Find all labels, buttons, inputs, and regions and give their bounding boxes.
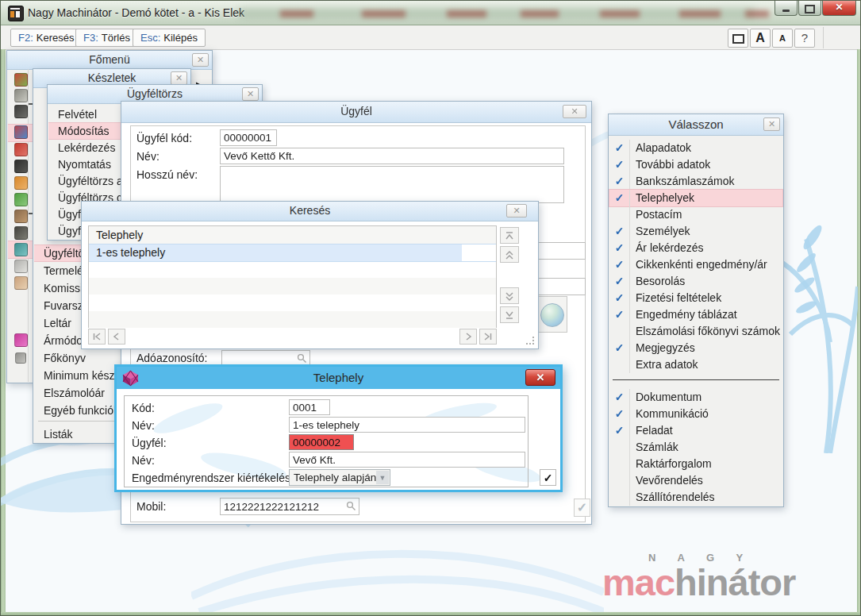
delete-f3-button[interactable]: F3:Törlés — [75, 29, 138, 47]
telephely-close-button[interactable]: ✕ — [525, 369, 555, 386]
valasszon-item-alapadatok[interactable]: ✓Alapadatok — [609, 140, 782, 156]
fomenu-close-icon[interactable]: ✕ — [192, 53, 209, 67]
ugyfeltorzs-title: Ügyféltörzs — [127, 87, 183, 100]
menu-icon-3[interactable] — [14, 105, 28, 118]
window-mode-button[interactable] — [728, 29, 748, 48]
menu-icon-4[interactable] — [14, 125, 28, 139]
kereses-row-selected[interactable]: 1-es telephely — [89, 244, 496, 262]
kereses-close-icon[interactable]: ✕ — [506, 204, 527, 218]
valasszon-titlebar[interactable]: Válasszon — [609, 114, 783, 136]
frame-left — [1, 49, 6, 612]
telephely-titlebar[interactable]: Telephely — [117, 367, 560, 389]
font-larger-button[interactable]: A — [750, 29, 771, 48]
globe-button[interactable] — [536, 296, 567, 333]
scroll-bottom-button[interactable] — [500, 306, 519, 323]
valasszon-item-fizetesi-feltetelek[interactable]: ✓Fizetési feltételek — [609, 290, 782, 306]
valasszon-item-telephelyek[interactable]: ✓Telephelyek — [609, 190, 782, 206]
menu-icon-1[interactable] — [14, 73, 28, 87]
exit-esc-button[interactable]: Esc:Kilépés — [133, 29, 206, 47]
close-button[interactable]: ✕ — [822, 1, 856, 16]
valasszon-item-dokumentum[interactable]: ✓Dokumentum — [609, 389, 782, 406]
confirm-button-disabled[interactable]: ✓ — [574, 499, 590, 517]
kereses-row-empty[interactable] — [89, 311, 496, 328]
menu-icon-2[interactable] — [14, 89, 28, 102]
fomenu-title: Főmenü — [89, 53, 129, 66]
telephely-nev-input[interactable] — [289, 417, 525, 433]
menu-icon-9[interactable] — [14, 210, 28, 223]
resize-grip[interactable] — [526, 337, 534, 345]
nav-next-button[interactable] — [459, 329, 477, 345]
logo-machinator-text: machinátor — [602, 564, 840, 602]
telephely-nev2-input[interactable] — [289, 452, 525, 468]
ugyfeltorzs-close-icon[interactable]: ✕ — [242, 87, 259, 101]
ugyfel-close-icon[interactable]: ✕ — [563, 105, 586, 118]
valasszon-item-engedmeny-tablazat[interactable]: ✓Engedmény táblázat — [609, 306, 782, 323]
menu-icon-6[interactable] — [14, 160, 28, 173]
telephely-confirm-button[interactable]: ✓ — [540, 469, 556, 486]
restore-button[interactable] — [798, 1, 821, 16]
valasszon-item-extra-adatok[interactable]: Extra adatok — [609, 356, 782, 373]
check-icon: ✓ — [609, 156, 629, 173]
valasszon-item-tovabbi-adatok[interactable]: ✓További adatok — [609, 156, 782, 173]
valasszon-item-vevorendeles[interactable]: Vevőrendelés — [609, 472, 782, 489]
help-button[interactable]: ? — [794, 29, 815, 48]
valasszon-item-szamlak[interactable]: Számlák — [609, 439, 782, 456]
scroll-top-button[interactable] — [500, 227, 519, 244]
valasszon-item-megjegyzes[interactable]: ✓Megjegyzés — [609, 340, 782, 356]
menu-icon-15[interactable] — [15, 352, 26, 364]
valasszon-item-ar-lekerdezes[interactable]: ✓Ár lekérdezés — [609, 240, 782, 256]
main-titlebar[interactable]: Nagy Machinátor - Demó kötet - a - Kis E… — [1, 1, 861, 25]
chevron-down-icon: ▼ — [376, 471, 389, 484]
menu-icon-8[interactable] — [14, 193, 28, 206]
valasszon-item-postacim[interactable]: Postacím — [609, 206, 782, 223]
valasszon-item-cikkenkenti-engedmeny[interactable]: ✓Cikkenkénti engedmény/ár — [609, 256, 782, 273]
valasszon-close-icon[interactable]: ✕ — [763, 117, 780, 131]
ugyfel-titlebar[interactable]: Ügyfél — [121, 102, 591, 123]
nav-last-button[interactable] — [479, 329, 497, 345]
valasszon-item-feladat[interactable]: ✓Feladat — [609, 422, 782, 439]
menu-icon-5[interactable] — [14, 143, 28, 156]
ugyfel-nev-input[interactable] — [220, 148, 564, 164]
keszletek-close-icon[interactable]: ✕ — [171, 71, 187, 85]
valasszon-item-raktarforgalom[interactable]: Raktárforgalom — [609, 456, 782, 472]
nav-first-button[interactable] — [88, 329, 106, 345]
telephely-kod-label: Kód: — [132, 402, 155, 414]
ugyfel-kod-input[interactable] — [220, 129, 277, 146]
menu-icon-12[interactable] — [14, 260, 28, 273]
menu-icon-10[interactable] — [14, 226, 28, 240]
kereses-row-empty[interactable] — [89, 295, 496, 311]
engedmeny-select[interactable]: Telephely alapján ▼ — [289, 469, 390, 486]
scroll-pagedown-button[interactable] — [500, 287, 519, 304]
titlebar-redaction — [362, 10, 406, 17]
scroll-pageup-button[interactable] — [500, 246, 519, 263]
kereses-row-empty[interactable] — [89, 261, 496, 278]
telephely-ugyfel-input[interactable] — [289, 434, 354, 450]
valasszon-item-bankszamlaszamok[interactable]: ✓Bankszámlaszámok — [609, 173, 782, 190]
fomenu-titlebar[interactable]: Főmenü — [7, 51, 212, 70]
check-icon: ✓ — [609, 422, 629, 439]
font-smaller-button[interactable]: A — [772, 29, 793, 48]
valasszon-item-besorolas[interactable]: ✓Besorolás — [609, 273, 782, 290]
menu-icon-7[interactable] — [14, 176, 28, 190]
engedmeny-selected-value: Telephely alapján — [294, 470, 376, 485]
nav-prev-button[interactable] — [108, 329, 125, 345]
toolbar: F2:Keresés F3:Törlés Esc:Kilépés A A ? — [1, 25, 861, 50]
valasszon-item-kommunikacio[interactable]: ✓Kommunikáció — [609, 406, 782, 422]
valasszon-item-szemelyek[interactable]: ✓Személyek — [609, 223, 782, 240]
fomenu-icon-divider — [28, 69, 29, 382]
menu-icon-11[interactable] — [14, 243, 28, 256]
mobil-field[interactable] — [220, 498, 359, 515]
kereses-titlebar[interactable]: Keresés — [82, 202, 538, 221]
kereses-column-header[interactable]: Telephely — [89, 226, 496, 244]
menu-icon-14[interactable] — [14, 333, 28, 347]
menu-icon-13[interactable] — [14, 276, 28, 290]
valasszon-item-elszamolasi-fokonyvi[interactable]: Elszámolási főkönyvi számok — [609, 323, 782, 340]
mobil-input[interactable] — [220, 498, 359, 515]
minimize-button[interactable] — [775, 1, 798, 16]
kereses-row-empty[interactable] — [89, 278, 496, 295]
telephely-kod-input[interactable] — [289, 399, 330, 415]
keszletek-title: Készletek — [88, 71, 136, 84]
hosszu-nev-textarea[interactable] — [220, 166, 564, 203]
valasszon-item-szallitorendeles[interactable]: Szállítórendelés — [609, 489, 782, 506]
search-f2-button[interactable]: F2:Keresés — [10, 29, 83, 47]
